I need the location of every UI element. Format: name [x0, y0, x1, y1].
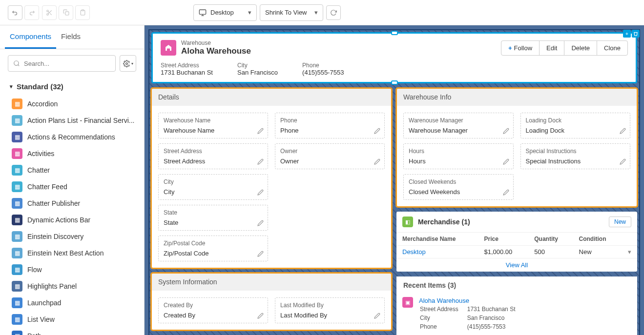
- pencil-icon[interactable]: [374, 313, 380, 319]
- pencil-icon[interactable]: [620, 128, 626, 134]
- redo-icon: [28, 9, 35, 16]
- row-menu-button[interactable]: ▾: [628, 248, 631, 256]
- pencil-icon[interactable]: [374, 128, 380, 134]
- sidebar: Components Fields ▾ ▾ Standard (32) ▦Acc…: [0, 25, 145, 335]
- sidebar-item-label: Einstein Discovery: [27, 233, 83, 240]
- zoom-select[interactable]: Shrink To View ▾: [260, 4, 323, 21]
- field-box[interactable]: Loading DockLoading Dock: [520, 113, 631, 138]
- sidebar-item[interactable]: ▦Flow: [0, 261, 144, 278]
- pencil-icon[interactable]: [503, 128, 509, 134]
- cut-button[interactable]: [42, 5, 57, 20]
- sidebar-item[interactable]: ▦Dynamic Actions Bar: [0, 212, 144, 228]
- delete-component-button[interactable]: [632, 30, 640, 38]
- sidebar-item[interactable]: ▦Accordion: [0, 96, 144, 112]
- zoom-label: Shrink To View: [265, 9, 307, 16]
- component-icon: ▦: [12, 99, 22, 109]
- delete-button[interactable]: Delete: [564, 41, 597, 55]
- device-label: Desktop: [210, 9, 234, 16]
- settings-button[interactable]: ▾: [120, 55, 136, 72]
- paste-button[interactable]: [75, 5, 90, 20]
- tab-fields[interactable]: Fields: [56, 25, 85, 49]
- device-select[interactable]: Desktop ▾: [193, 4, 257, 21]
- field-box[interactable]: Warehouse NameWarehouse Name: [158, 113, 268, 138]
- highlights-panel[interactable]: + Warehouse Aloha Warehouse +Follow Edit…: [151, 32, 637, 83]
- field-label: City: [237, 62, 278, 69]
- field-value: Zip/Postal Code: [164, 250, 263, 257]
- pencil-icon[interactable]: [620, 158, 626, 165]
- field-box[interactable]: Zip/Postal CodeZip/Postal Code: [158, 236, 268, 261]
- pencil-icon[interactable]: [503, 189, 509, 196]
- clone-button[interactable]: Clone: [597, 41, 627, 55]
- copy-button[interactable]: [59, 5, 73, 20]
- pencil-icon[interactable]: [257, 313, 264, 319]
- sidebar-item[interactable]: ▦Action Plans List - Financial Servi...: [0, 112, 144, 129]
- field-box[interactable]: Created ByCreated By: [158, 297, 268, 323]
- record-link[interactable]: Aloha Warehouse: [419, 297, 524, 304]
- sidebar-item[interactable]: ▦Chatter Publisher: [0, 195, 144, 212]
- pencil-icon[interactable]: [257, 251, 264, 257]
- record-link[interactable]: Desktop: [402, 248, 426, 256]
- pencil-icon[interactable]: [257, 158, 264, 165]
- add-component-button[interactable]: +: [623, 30, 631, 38]
- sidebar-item[interactable]: ▦List View: [0, 311, 144, 328]
- sidebar-item[interactable]: ▦Highlights Panel: [0, 278, 144, 295]
- pencil-icon[interactable]: [503, 158, 509, 165]
- cell-price: $1,000.00: [478, 246, 529, 258]
- search-input[interactable]: [24, 60, 110, 67]
- warehouse-info-panel[interactable]: Warehouse Info Warenouse ManagerWarehous…: [396, 88, 637, 207]
- sidebar-item[interactable]: ▦Einstein Next Best Action: [0, 245, 144, 261]
- field-box[interactable]: StateState: [158, 205, 268, 231]
- recent-items-panel[interactable]: Recent Items (3) ▣Aloha WarehouseStreet …: [396, 276, 637, 335]
- merchandise-related-list[interactable]: ◧ Merchandise (1) New Merchandise Name P…: [396, 212, 637, 272]
- pencil-icon[interactable]: [257, 220, 264, 226]
- field-box[interactable]: PhonePhone: [275, 113, 385, 138]
- field-value: Hours: [409, 158, 508, 165]
- cell-qty: 500: [528, 246, 573, 258]
- field-box[interactable]: OwnerOwner: [275, 143, 385, 169]
- sidebar-item[interactable]: ▦Actions & Recommendations: [0, 129, 144, 145]
- undo-icon: [12, 9, 19, 16]
- pencil-icon[interactable]: [257, 189, 264, 196]
- field-box[interactable]: CityCity: [158, 174, 268, 200]
- chevron-down-icon: ▾: [10, 83, 13, 90]
- field-value: State: [164, 219, 263, 226]
- resize-handle-top[interactable]: [391, 31, 398, 35]
- pencil-icon[interactable]: [257, 128, 264, 134]
- svg-line-11: [18, 65, 20, 66]
- field-label: Closed Weekends: [409, 178, 508, 185]
- resize-handle-bottom[interactable]: [391, 80, 398, 85]
- section-standard[interactable]: ▾ Standard (32): [0, 78, 144, 96]
- tab-components[interactable]: Components: [5, 25, 56, 49]
- field-box[interactable]: Closed WeekendsClosed Weekends: [403, 174, 514, 200]
- sidebar-item[interactable]: ▦Activities: [0, 145, 144, 162]
- sidebar-item[interactable]: ▦Path: [0, 328, 144, 335]
- svg-rect-6: [82, 10, 83, 11]
- field-box[interactable]: Last Modified ByLast Modified By: [275, 297, 385, 323]
- sidebar-item[interactable]: ▦Launchpad: [0, 295, 144, 311]
- follow-button[interactable]: +Follow: [501, 41, 539, 55]
- svg-line-4: [48, 11, 49, 12]
- edit-button[interactable]: Edit: [539, 41, 564, 55]
- system-info-panel[interactable]: System Information Created ByCreated ByL…: [151, 273, 392, 330]
- record-title: Aloha Warehouse: [181, 46, 251, 56]
- field-value: 1731 Buchanan St: [161, 69, 213, 76]
- top-toolbar: Desktop ▾ Shrink To View ▾: [0, 0, 644, 25]
- field-box[interactable]: Special InstructionsSpecial Instructions: [520, 143, 631, 169]
- new-button[interactable]: New: [609, 217, 631, 227]
- component-icon: ▦: [12, 115, 22, 126]
- pencil-icon[interactable]: [374, 158, 380, 165]
- details-panel[interactable]: Details Warehouse NameWarehouse NameStre…: [151, 88, 392, 268]
- field-box[interactable]: Street AddressStreet Address: [158, 143, 268, 169]
- sidebar-item[interactable]: ▦Chatter Feed: [0, 178, 144, 195]
- refresh-button[interactable]: [326, 5, 341, 20]
- view-all-link[interactable]: View All: [396, 258, 637, 272]
- sidebar-item[interactable]: ▦Einstein Discovery: [0, 228, 144, 245]
- redo-button[interactable]: [24, 5, 39, 20]
- undo-button[interactable]: [8, 5, 22, 20]
- field-box[interactable]: Warenouse ManagerWarehouse Manager: [403, 113, 514, 138]
- field-box[interactable]: HoursHours: [403, 143, 514, 169]
- sidebar-item[interactable]: ▦Chatter: [0, 162, 144, 178]
- field-label: Loading Dock: [526, 117, 625, 124]
- field-label: Street Address: [164, 148, 263, 155]
- field-value: Created By: [164, 312, 263, 319]
